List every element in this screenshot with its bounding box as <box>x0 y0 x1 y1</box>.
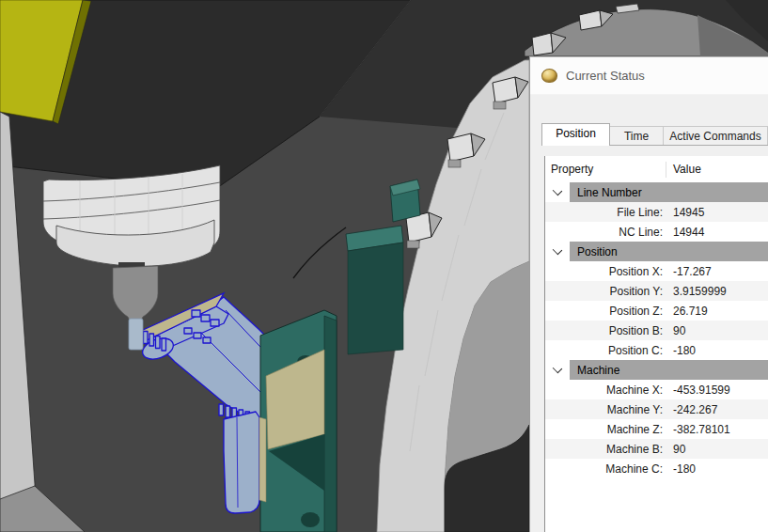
table-row[interactable]: Machine X:-453.91599 <box>545 380 768 399</box>
property-value: 90 <box>666 324 685 337</box>
property-value: 26.719 <box>666 305 708 318</box>
chevron-down-icon <box>553 244 562 254</box>
table-row[interactable]: Machine Y:-242.267 <box>545 399 768 419</box>
tab-time[interactable]: Time <box>610 126 664 145</box>
property-label: Machine Y: <box>545 403 666 416</box>
property-label: Machine Z: <box>545 423 666 436</box>
property-label: NC Line: <box>545 226 666 239</box>
current-status-panel: Current Status PositionTimeActive Comman… <box>529 56 768 532</box>
grid-header: Property Value <box>545 156 768 182</box>
property-label: Position Y: <box>545 285 666 298</box>
tab-strip: PositionTimeActive Commands <box>541 122 768 146</box>
property-value: -17.267 <box>666 265 712 278</box>
property-label: File Line: <box>545 206 666 219</box>
property-value: -453.91599 <box>666 383 730 397</box>
group-label: Position <box>570 242 768 261</box>
workpiece-lower-comb <box>219 404 266 513</box>
fixture-tombstone <box>260 310 337 532</box>
property-label: Machine C: <box>545 462 666 476</box>
property-label: Position Z: <box>545 305 666 318</box>
property-label: Machine X: <box>545 383 666 397</box>
tab-position[interactable]: Position <box>541 123 610 146</box>
chevron-down-icon <box>553 363 562 372</box>
group-collapse-toggle[interactable] <box>545 242 570 261</box>
table-row[interactable]: Machine B:90 <box>545 439 768 459</box>
group-label: Machine <box>570 360 768 380</box>
property-value: -382.78101 <box>666 423 730 436</box>
table-row[interactable]: Machine Z:-382.78101 <box>545 419 768 439</box>
group-collapse-toggle[interactable] <box>545 360 570 380</box>
property-value: -242.267 <box>666 403 717 416</box>
panel-title: Current Status <box>566 69 645 83</box>
group-row[interactable]: Position <box>545 242 768 261</box>
column-header-property: Property <box>545 162 666 178</box>
property-label: Machine B: <box>545 443 666 456</box>
property-label: Position C: <box>545 344 666 357</box>
property-value: 3.9159999 <box>666 285 727 298</box>
group-label: Line Number <box>570 182 768 202</box>
table-row[interactable]: Position Z:26.719 <box>545 301 768 321</box>
app-window: Current Status PositionTimeActive Comman… <box>0 0 768 532</box>
fixture-hole <box>301 512 320 527</box>
grid-rows: Line NumberFile Line:14945NC Line:14944P… <box>545 182 768 478</box>
tab-active-commands[interactable]: Active Commands <box>664 126 768 145</box>
group-row[interactable]: Machine <box>545 360 768 380</box>
table-row[interactable]: Position C:-180 <box>545 340 768 360</box>
cutting-tool <box>129 319 143 350</box>
property-label: Position X: <box>545 265 666 278</box>
table-row[interactable]: Machine C:-180 <box>545 459 768 478</box>
property-value: 14945 <box>666 206 704 219</box>
table-row[interactable]: Position Y:3.9159999 <box>545 281 768 301</box>
column-header-value: Value <box>666 163 701 176</box>
panel-title-bar[interactable]: Current Status <box>530 57 768 95</box>
table-row[interactable]: File Line:14945 <box>545 202 768 222</box>
group-row[interactable]: Line Number <box>545 182 768 202</box>
table-row[interactable]: Position X:-17.267 <box>545 261 768 281</box>
property-value: 14944 <box>666 226 704 239</box>
property-value: -180 <box>666 462 696 476</box>
property-label: Position B: <box>545 324 666 337</box>
property-value: 90 <box>666 443 685 456</box>
group-collapse-toggle[interactable] <box>545 182 570 202</box>
property-grid: Property Value Line NumberFile Line:1494… <box>544 156 768 532</box>
property-value: -180 <box>666 344 696 357</box>
table-row[interactable]: NC Line:14944 <box>545 222 768 242</box>
chevron-down-icon <box>553 185 562 195</box>
current-status-icon <box>541 69 557 83</box>
table-row[interactable]: Position B:90 <box>545 321 768 340</box>
